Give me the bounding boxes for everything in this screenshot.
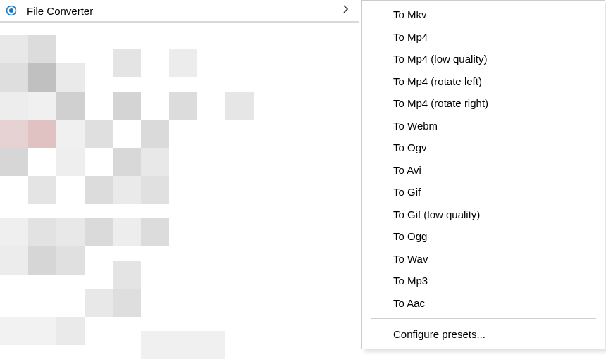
submenu-item-to-wav[interactable]: To Wav [362, 248, 605, 270]
context-menu: File Converter [0, 0, 359, 23]
submenu-separator [371, 318, 596, 319]
chevron-right-icon [341, 4, 354, 17]
submenu-item-to-aac[interactable]: To Aac [362, 292, 605, 315]
submenu-item-label: To Gif (low quality) [393, 208, 480, 220]
submenu-item-to-avi[interactable]: To Avi [362, 159, 605, 182]
submenu-item-to-gif[interactable]: To Gif [362, 181, 605, 203]
submenu-item-label: Configure presets... [393, 328, 486, 340]
obscured-content [0, 21, 359, 364]
submenu-item-to-webm[interactable]: To Webm [362, 115, 605, 137]
submenu-item-to-mkv[interactable]: To Mkv [362, 4, 605, 26]
submenu-item-label: To Ogg [393, 230, 427, 242]
submenu-item-to-mp3[interactable]: To Mp3 [362, 270, 605, 292]
file-converter-submenu: To Mkv To Mp4 To Mp4 (low quality) To Mp… [361, 0, 605, 349]
submenu-item-label: To Gif [393, 186, 421, 198]
svg-point-1 [9, 8, 13, 13]
submenu-item-to-gif-low-quality[interactable]: To Gif (low quality) [362, 203, 605, 226]
submenu-item-to-ogg[interactable]: To Ogg [362, 225, 605, 248]
submenu-item-to-mp4-rotate-left[interactable]: To Mp4 (rotate left) [362, 70, 605, 93]
submenu-item-label: To Mp3 [393, 275, 428, 287]
submenu-item-to-mp4-rotate-right[interactable]: To Mp4 (rotate right) [362, 92, 605, 115]
submenu-item-label: To Mp4 [393, 31, 428, 43]
submenu-item-label: To Aac [393, 297, 425, 309]
submenu-item-label: To Avi [393, 164, 421, 176]
submenu-item-label: To Mkv [393, 8, 427, 20]
submenu-item-label: To Webm [393, 120, 438, 132]
submenu-item-label: To Mp4 (rotate left) [393, 75, 482, 87]
submenu-item-label: To Ogv [393, 142, 427, 153]
file-converter-app-icon [6, 5, 17, 16]
menu-item-label: File Converter [27, 5, 341, 17]
submenu-item-label: To Wav [393, 253, 428, 265]
submenu-item-to-mp4-low-quality[interactable]: To Mp4 (low quality) [362, 48, 605, 70]
submenu-item-label: To Mp4 (rotate right) [393, 97, 488, 109]
submenu-item-to-mp4[interactable]: To Mp4 [362, 26, 605, 49]
submenu-item-to-ogv[interactable]: To Ogv [362, 137, 605, 159]
menu-item-file-converter[interactable]: File Converter [0, 0, 359, 21]
submenu-item-configure-presets[interactable]: Configure presets... [362, 323, 605, 346]
submenu-item-label: To Mp4 (low quality) [393, 53, 487, 65]
